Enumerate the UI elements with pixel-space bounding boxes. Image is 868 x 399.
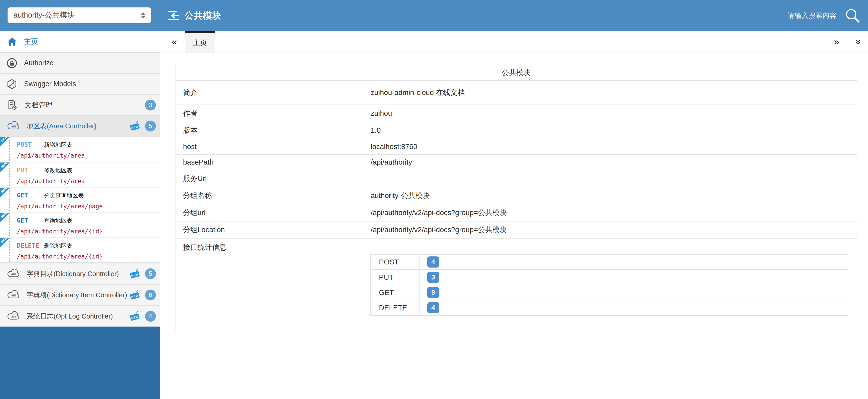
sidebar-controller-label: 地区表(Area Controller)	[27, 122, 96, 131]
count-badge: 5	[145, 121, 156, 132]
search-input[interactable]: 请输入搜索内容	[787, 11, 836, 20]
endpoint-get-area-page[interactable]: NEW GET分页查询地区表 /api/authority/area/page	[0, 187, 160, 212]
search-icon[interactable]	[844, 7, 861, 24]
page-title: 公共模块	[184, 9, 221, 22]
sidebar-controller-label: 字典项(Dictionary Item Controller)	[27, 291, 127, 300]
sidebar-item-doc-manage[interactable]: 文档管理 3	[0, 94, 160, 115]
count-badge: 6	[145, 289, 156, 301]
sidebar-controller-label: 系统日志(Opt Log Controller)	[27, 312, 113, 321]
tab-scroll-left-icon[interactable]: «	[165, 31, 183, 53]
new-ribbon-icon: NEW	[0, 188, 10, 197]
sidebar-item-authorize[interactable]: Authorize	[0, 52, 160, 73]
select-arrows-icon	[141, 12, 145, 19]
tab-home[interactable]: 主页	[185, 31, 215, 53]
tab-label: 主页	[193, 38, 207, 47]
module-info-table: 公共模块 简介 zuihou-admin-cloud 在线文档 作者 zuiho…	[175, 65, 858, 330]
count-badge: 5	[145, 268, 156, 279]
stats-count-badge: 3	[427, 272, 439, 283]
home-icon	[7, 36, 17, 47]
main-area: « 主页 » « 公共模块 简介 zuihou-admin-cloud 在线文档…	[160, 31, 868, 399]
group-select[interactable]: authority-公共模块	[7, 7, 151, 23]
sidebar-item-label: 文档管理	[25, 101, 53, 110]
stats-method: DELETE	[371, 300, 419, 315]
table-row: 分组url /api/authority/v2/api-docs?group=公…	[175, 204, 857, 221]
group-select-value: authority-公共模块	[13, 10, 75, 21]
new-ribbon-icon: NEW	[0, 238, 10, 248]
table-row: 简介 zuihou-admin-cloud 在线文档	[175, 81, 857, 105]
sidebar-item-label: Authorize	[24, 59, 54, 67]
new-tag-icon: NEW	[129, 310, 142, 322]
svg-text:API: API	[11, 125, 16, 128]
stats-count-badge: 4	[427, 256, 439, 267]
http-method-label: GET	[17, 192, 44, 199]
new-tag-icon: NEW	[129, 120, 142, 132]
endpoint-delete-area-id[interactable]: NEW DELETE删除地区表 /api/authority/area/{id}	[0, 237, 160, 262]
stats-method: POST	[371, 254, 419, 269]
stats-table-row: GET 9	[371, 285, 848, 300]
endpoint-desc: 查询地区表	[44, 217, 72, 224]
tab-bar: « 主页 » «	[160, 31, 868, 53]
stats-row: 接口统计信息 POST 4 PUT 3 G	[175, 238, 857, 330]
sidebar-item-swagger-models[interactable]: Swagger Models	[0, 73, 160, 94]
document-gear-icon	[6, 99, 18, 111]
table-row: 服务Url	[175, 170, 857, 187]
sidebar-item-label: 主页	[24, 37, 38, 47]
cloud-api-icon: API	[6, 311, 21, 321]
cloud-api-icon: API	[6, 269, 21, 279]
stats-count-badge: 4	[427, 302, 439, 313]
new-tag-icon: NEW	[129, 268, 142, 280]
endpoint-desc: 删除地区表	[44, 243, 72, 249]
logo-icon	[167, 9, 180, 22]
endpoint-path: /api/authority/area	[17, 178, 160, 184]
sidebar-controller-dictionary[interactable]: API 字典目录(Dictionary Controller) NEW 5	[0, 263, 160, 284]
sidebar-controller-dictionary-item[interactable]: API 字典项(Dictionary Item Controller) NEW …	[0, 284, 160, 305]
sidebar: 主页 Authorize S	[0, 31, 160, 399]
sidebar-item-home[interactable]: 主页	[0, 31, 160, 52]
http-method-label: GET	[17, 217, 44, 224]
http-method-label: DELETE	[17, 242, 44, 249]
table-header-row: 公共模块	[175, 65, 857, 81]
svg-text:API: API	[11, 315, 16, 318]
sidebar-controller-optlog[interactable]: API 系统日志(Opt Log Controller) NEW 4	[0, 305, 160, 326]
stats-table-row: POST 4	[371, 254, 848, 269]
endpoint-get-area-id[interactable]: NEW GET查询地区表 /api/authority/area/{id}	[0, 212, 160, 237]
stats-table-row: DELETE 4	[371, 300, 848, 315]
svg-text:API: API	[11, 294, 16, 297]
table-row: 版本 1.0	[175, 122, 857, 139]
endpoint-path: /api/authority/area/page	[17, 203, 160, 209]
endpoint-path: /api/authority/area	[17, 152, 160, 159]
search-area: 请输入搜索内容	[787, 0, 861, 31]
swagger-bootstrap-ui-app: authority-公共模块 公共模块 请输入搜索内容	[0, 0, 868, 399]
endpoint-desc: 修改地区表	[44, 167, 72, 174]
lock-icon	[6, 58, 17, 68]
table-row: host localhost:8760	[175, 139, 857, 154]
table-row: basePath /api/authority	[175, 154, 857, 170]
stats-count-badge: 9	[427, 287, 439, 298]
cloud-api-icon: API	[6, 290, 21, 300]
endpoint-post-area[interactable]: NEW POST新增地区表 /api/authority/area	[0, 137, 160, 162]
cloud-api-icon: API	[6, 121, 21, 131]
svg-text:API: API	[11, 273, 16, 276]
top-header: authority-公共模块 公共模块 请输入搜索内容	[0, 0, 868, 31]
sidebar-controller-label: 字典目录(Dictionary Controller)	[27, 269, 119, 278]
endpoint-desc: 新增地区表	[44, 142, 72, 148]
new-ribbon-icon: NEW	[0, 137, 10, 147]
endpoint-list: NEW POST新增地区表 /api/authority/area NEW PU…	[0, 136, 160, 263]
sidebar-item-label: Swagger Models	[24, 80, 76, 88]
endpoint-path: /api/authority/area/{id}	[17, 228, 160, 235]
http-method-label: PUT	[17, 167, 44, 174]
models-hexagon-icon	[6, 79, 17, 89]
tab-collapse-icon[interactable]: «	[847, 31, 868, 53]
endpoint-put-area[interactable]: NEW PUT修改地区表 /api/authority/area	[0, 162, 160, 187]
new-ribbon-icon: NEW	[0, 163, 10, 172]
endpoint-desc: 分页查询地区表	[44, 192, 84, 199]
tab-scroll-right-icon[interactable]: »	[826, 31, 847, 53]
doc-content: 公共模块 简介 zuihou-admin-cloud 在线文档 作者 zuiho…	[160, 53, 868, 399]
stats-method: PUT	[371, 269, 419, 285]
sidebar-controller-area[interactable]: API 地区表(Area Controller) NEW 5	[0, 115, 160, 136]
table-row: 分组Location /api/authority/v2/api-docs?gr…	[175, 221, 857, 238]
stats-table-row: PUT 3	[371, 269, 848, 285]
brand: 公共模块	[167, 0, 221, 31]
endpoint-path: /api/authority/area/{id}	[17, 253, 160, 260]
module-table-title: 公共模块	[175, 65, 857, 81]
